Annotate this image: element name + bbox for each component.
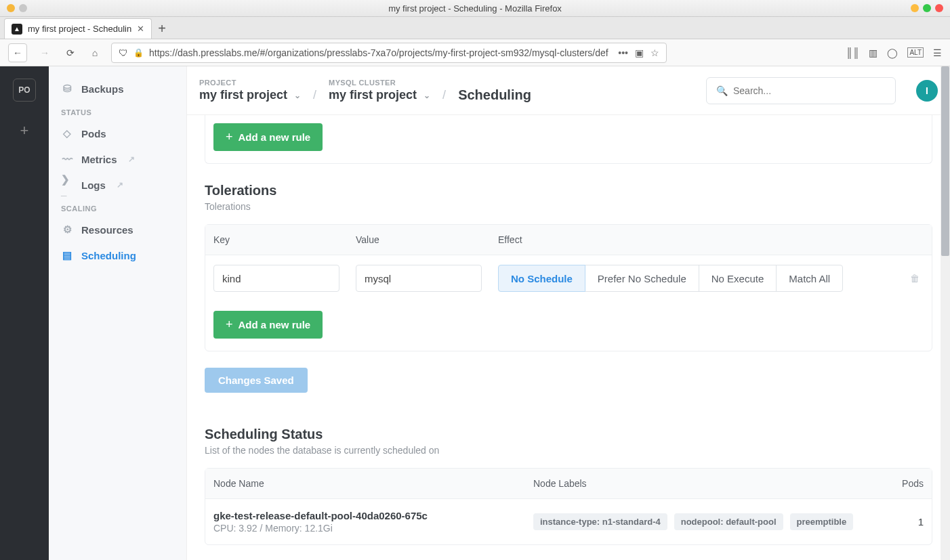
toleration-row: No Schedule Prefer No Schedule No Execut… bbox=[205, 255, 932, 301]
reload-button[interactable]: ⟳ bbox=[62, 47, 79, 58]
menu-icon[interactable]: ☰ bbox=[933, 47, 942, 58]
tab-close-icon[interactable]: ✕ bbox=[137, 24, 144, 34]
col-effect: Effect bbox=[498, 234, 924, 245]
vertical-scrollbar[interactable] bbox=[941, 66, 950, 560]
project-badge[interactable]: PO bbox=[13, 79, 36, 102]
sidebar-label: Backups bbox=[81, 83, 124, 95]
tolerations-panel: Key Value Effect No Schedule Prefer No S… bbox=[205, 224, 932, 351]
col-node-labels: Node Labels bbox=[533, 478, 883, 489]
library-icon[interactable]: ║║ bbox=[846, 47, 860, 58]
sidebar-item-scheduling[interactable]: ▤ Scheduling bbox=[49, 242, 186, 268]
breadcrumb-separator: / bbox=[438, 79, 450, 102]
topbar: PROJECT my first project ⌄ / MYSQL CLUST… bbox=[187, 66, 950, 115]
sidebar-label: Scheduling bbox=[81, 250, 136, 261]
sidebar-label: Logs bbox=[81, 179, 106, 191]
sidebar-item-resources[interactable]: ⚙ Resources bbox=[49, 217, 186, 242]
reader-icon[interactable]: ▣ bbox=[635, 47, 644, 58]
main-content: PROJECT my first project ⌄ / MYSQL CLUST… bbox=[187, 66, 950, 560]
crumb-label: MYSQL CLUSTER bbox=[329, 79, 430, 87]
status-header: Node Name Node Labels Pods bbox=[205, 469, 932, 499]
col-pods: Pods bbox=[883, 478, 924, 489]
toleration-value-input[interactable] bbox=[356, 265, 482, 292]
cube-icon: ◇ bbox=[61, 127, 73, 139]
bookmark-icon[interactable]: ☆ bbox=[650, 47, 659, 58]
external-link-icon: ↗ bbox=[128, 154, 135, 164]
account-icon[interactable]: ◯ bbox=[887, 47, 898, 58]
chevron-down-icon[interactable]: ⌄ bbox=[294, 91, 301, 100]
add-rule-button[interactable]: + Add a new rule bbox=[213, 311, 323, 339]
add-rule-label: Add a new rule bbox=[239, 131, 311, 143]
home-button[interactable]: ⌂ bbox=[87, 47, 103, 58]
effect-no-execute[interactable]: No Execute bbox=[699, 265, 777, 292]
avatar[interactable]: I bbox=[916, 80, 938, 102]
sidebar: ⛁ Backups STATUS ◇ Pods 〰 Metrics ↗ ❯_ L… bbox=[49, 66, 187, 560]
breadcrumb-project[interactable]: PROJECT my first project ⌄ bbox=[199, 79, 301, 102]
tolerations-title: Tolerations bbox=[205, 183, 932, 198]
back-button[interactable]: ← bbox=[8, 43, 27, 62]
left-rail: PO + bbox=[0, 66, 49, 560]
sidebar-icon[interactable]: ▥ bbox=[869, 47, 877, 58]
toleration-key-input[interactable] bbox=[213, 265, 339, 292]
chart-icon: 〰 bbox=[61, 153, 73, 165]
sidebar-group-status: STATUS bbox=[49, 102, 186, 121]
status-title: Scheduling Status bbox=[205, 427, 932, 442]
col-value: Value bbox=[356, 234, 498, 245]
node-pods-count: 1 bbox=[883, 516, 924, 527]
favicon-icon: ▲ bbox=[12, 24, 22, 35]
window-dot-icon bbox=[7, 4, 15, 12]
sidebar-item-metrics[interactable]: 〰 Metrics ↗ bbox=[49, 146, 186, 172]
window-maximize-icon[interactable] bbox=[923, 4, 931, 12]
browser-tabbar: ▲ my first project - Schedulin ✕ + bbox=[0, 17, 950, 39]
crumb-value: my first project bbox=[329, 88, 417, 102]
add-project-button[interactable]: + bbox=[20, 122, 29, 139]
sidebar-label: Metrics bbox=[81, 154, 117, 165]
breadcrumb-cluster[interactable]: MYSQL CLUSTER my first project ⌄ bbox=[329, 79, 430, 102]
add-rule-label: Add a new rule bbox=[239, 319, 311, 330]
crumb-value: my first project bbox=[199, 88, 287, 102]
new-tab-button[interactable]: + bbox=[152, 18, 172, 39]
effect-no-schedule[interactable]: No Schedule bbox=[498, 265, 585, 292]
col-node-name: Node Name bbox=[213, 478, 533, 489]
tolerations-subtitle: Tolerations bbox=[205, 201, 932, 212]
effect-segmented: No Schedule Prefer No Schedule No Execut… bbox=[498, 265, 843, 292]
search-field[interactable] bbox=[733, 85, 886, 96]
shield-icon: 🛡 bbox=[119, 47, 128, 58]
chevron-down-icon[interactable]: ⌄ bbox=[424, 91, 430, 100]
effect-prefer-no-schedule[interactable]: Prefer No Schedule bbox=[585, 265, 699, 292]
browser-urlbar: ← → ⟳ ⌂ 🛡 🔒 https://dash.presslabs.me/#/… bbox=[0, 39, 950, 66]
external-link-icon: ↗ bbox=[117, 180, 123, 190]
window-minimize-icon[interactable] bbox=[911, 4, 919, 12]
search-icon: 🔍 bbox=[716, 85, 728, 96]
node-label: preemptible bbox=[790, 513, 854, 530]
sidebar-item-logs[interactable]: ❯_ Logs ↗ bbox=[49, 172, 186, 198]
sidebar-label: Pods bbox=[81, 128, 106, 139]
node-sub: CPU: 3.92 / Memory: 12.1Gi bbox=[213, 523, 533, 534]
terminal-icon: ❯_ bbox=[61, 179, 73, 191]
forward-button[interactable]: → bbox=[35, 43, 54, 62]
node-label: nodepool: default-pool bbox=[674, 513, 783, 530]
panel-cutoff: + Add a new rule bbox=[205, 115, 932, 164]
tab-title: my first project - Schedulin bbox=[28, 24, 131, 34]
sidebar-item-backups[interactable]: ⛁ Backups bbox=[49, 76, 186, 102]
search-input[interactable]: 🔍 bbox=[706, 77, 896, 104]
changes-saved-button[interactable]: Changes Saved bbox=[205, 368, 308, 393]
plus-icon: + bbox=[226, 318, 233, 332]
scrollbar-thumb[interactable] bbox=[941, 66, 949, 256]
delete-rule-button[interactable]: 🗑 bbox=[906, 273, 924, 284]
browser-tab[interactable]: ▲ my first project - Schedulin ✕ bbox=[4, 18, 152, 39]
more-icon[interactable]: ••• bbox=[618, 47, 628, 58]
database-icon: ⛁ bbox=[61, 83, 73, 95]
status-subtitle: List of the nodes the database is curren… bbox=[205, 445, 932, 456]
window-title: my first project - Scheduling - Mozilla … bbox=[388, 3, 562, 14]
tolerations-header: Key Value Effect bbox=[205, 225, 932, 255]
sidebar-item-pods[interactable]: ◇ Pods bbox=[49, 121, 186, 146]
url-text: https://dash.presslabs.me/#/organization… bbox=[149, 47, 613, 58]
col-key: Key bbox=[213, 234, 356, 245]
add-rule-button[interactable]: + Add a new rule bbox=[213, 123, 323, 151]
alt-icon[interactable]: ALT bbox=[907, 47, 924, 58]
breadcrumb-separator: / bbox=[309, 79, 321, 102]
effect-match-all[interactable]: Match All bbox=[776, 265, 843, 292]
sidebar-group-scaling: SCALING bbox=[49, 198, 186, 217]
url-field[interactable]: 🛡 🔒 https://dash.presslabs.me/#/organiza… bbox=[111, 43, 667, 63]
window-close-icon[interactable] bbox=[935, 4, 943, 12]
